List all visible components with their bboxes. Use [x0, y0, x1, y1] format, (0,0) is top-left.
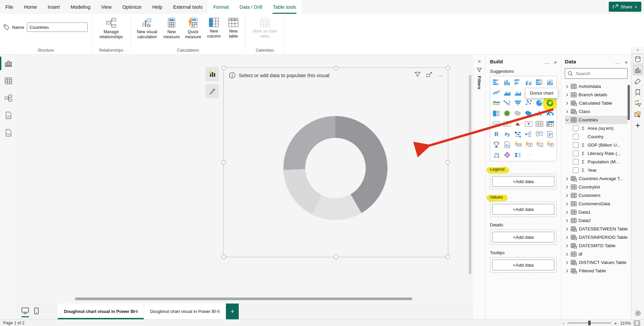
new-column-button[interactable]: New column — [205, 16, 222, 39]
chevron-right-icon[interactable] — [565, 202, 569, 206]
data-more-options-icon[interactable]: … — [615, 59, 620, 65]
strip-selection-icon[interactable] — [633, 109, 643, 119]
metrics-icon[interactable] — [491, 140, 502, 149]
chevron-right-icon[interactable] — [565, 211, 569, 214]
kpi-icon[interactable] — [513, 119, 523, 128]
ribbon-tab-home[interactable]: Home — [18, 0, 42, 14]
resize-handle-bottom-right[interactable] — [446, 255, 450, 259]
resize-handle-top-center[interactable] — [334, 66, 338, 70]
ribbon-tab-table-tools[interactable]: Table tools — [268, 0, 302, 14]
table-row-datesbetween-table[interactable]: DATESBETWEEN Table — [565, 225, 628, 233]
slicer-icon[interactable] — [523, 119, 534, 128]
resize-handle-bottom-center[interactable] — [334, 255, 338, 259]
new-slicer-icon[interactable] — [523, 140, 534, 149]
ribbon-tab-format[interactable]: Format — [208, 0, 234, 14]
stacked-area-chart-icon[interactable] — [513, 88, 523, 97]
desktop-layout-icon[interactable] — [21, 308, 29, 315]
card-icon[interactable]: 123 — [491, 119, 502, 128]
table-row-data2[interactable]: Data2 — [565, 216, 628, 225]
field-row-population-m-[interactable]: ΣPopulation (M... — [565, 158, 628, 166]
zoom-out-icon[interactable]: - — [563, 320, 564, 326]
visual-filter-icon[interactable] — [414, 72, 421, 77]
ribbon-tab-external-tools[interactable]: External tools — [168, 0, 208, 14]
chevron-down-icon[interactable] — [565, 118, 569, 122]
field-checkbox[interactable] — [573, 167, 579, 173]
ribbon-tab-view[interactable]: View — [96, 0, 117, 14]
data-pane-scrollbar[interactable] — [628, 85, 630, 120]
line-chart-icon[interactable] — [491, 88, 502, 97]
new-card-icon[interactable]: 123 — [513, 140, 523, 149]
canvas-vertical-scrollbar[interactable] — [469, 75, 471, 274]
table-row-countries[interactable]: Countries — [565, 116, 628, 124]
search-box[interactable] — [565, 68, 628, 79]
table-row-filtered-table[interactable]: Filtered Table — [565, 267, 628, 275]
chevron-right-icon[interactable] — [565, 236, 569, 239]
sidebar-item-report-view[interactable] — [0, 55, 17, 72]
mobile-layout-icon[interactable] — [34, 308, 39, 316]
chevron-right-icon[interactable] — [565, 177, 569, 180]
shape-map-icon[interactable] — [523, 109, 534, 118]
chevron-right-icon[interactable] — [565, 253, 569, 256]
visual-container[interactable]: Select or add data to populate this visu… — [223, 67, 448, 257]
chevron-right-icon[interactable] — [565, 269, 569, 273]
more-options-icon[interactable]: … — [438, 73, 444, 76]
build-more-options-icon[interactable]: … — [544, 59, 549, 65]
power-apps-icon[interactable] — [491, 150, 502, 160]
page-tab-1[interactable]: Doughnut chart visual in Power BI-I — [58, 304, 144, 319]
chevron-right-icon[interactable] — [565, 185, 569, 189]
manage-relationships-button[interactable]: Manage relationships — [96, 16, 127, 40]
resize-handle-middle-right[interactable] — [446, 160, 450, 165]
field-checkbox[interactable] — [573, 159, 579, 165]
resize-handle-top-left[interactable] — [222, 66, 226, 70]
new-visual-calculation-button[interactable]: fx New visual calculation — [135, 16, 159, 40]
pie-chart-icon[interactable] — [534, 98, 545, 108]
field-checkbox[interactable] — [573, 142, 579, 148]
text-slicer-icon[interactable]: A — [534, 140, 545, 149]
filled-map-icon[interactable] — [513, 109, 523, 118]
chevron-right-icon[interactable] — [565, 110, 569, 113]
next-page-chevron-icon[interactable]: › — [51, 309, 53, 314]
canvas-horizontal-scrollbar[interactable] — [75, 297, 412, 300]
search-input[interactable] — [575, 71, 631, 76]
gauge-icon[interactable] — [545, 109, 555, 118]
chevron-right-icon[interactable] — [565, 261, 569, 264]
key-influencers-icon[interactable] — [513, 129, 523, 139]
chevron-right-icon[interactable] — [565, 227, 569, 231]
table-row-ashishdata[interactable]: Ashishdata — [565, 82, 628, 91]
scatter-chart-icon[interactable] — [523, 98, 534, 108]
clustered-column-chart-icon[interactable] — [523, 77, 534, 87]
field-checkbox[interactable] — [573, 151, 579, 156]
table-row-df[interactable]: df — [565, 250, 628, 258]
sidebar-item-table-view[interactable] — [0, 72, 17, 90]
100-stacked-bar-chart-icon[interactable] — [534, 77, 545, 87]
data-collapse-icon[interactable]: » — [625, 59, 628, 65]
expand-filters-icon[interactable]: « — [478, 58, 480, 64]
on-object-format-button[interactable] — [205, 84, 219, 98]
custom-visual-icon[interactable] — [502, 150, 513, 160]
chevron-right-icon[interactable] — [565, 93, 569, 97]
previous-page-chevron-icon[interactable]: ‹ — [44, 309, 46, 314]
strip-add-pane-icon[interactable]: + — [633, 120, 643, 130]
100-stacked-column-chart-icon[interactable] — [545, 77, 555, 87]
table-row-calculated-table[interactable]: Calculated Table — [565, 99, 628, 107]
map-icon[interactable] — [502, 109, 513, 118]
table-name-input[interactable] — [27, 22, 88, 32]
chevron-right-icon[interactable] — [565, 244, 569, 248]
table-row-customers[interactable]: Customers — [565, 191, 628, 200]
table-icon[interactable] — [534, 119, 545, 128]
build-collapse-icon[interactable]: » — [554, 59, 557, 65]
decomposition-tree-icon[interactable] — [523, 129, 534, 139]
ribbon-tab-modeling[interactable]: Modeling — [65, 0, 96, 14]
strip-build-pane-icon[interactable] — [633, 65, 643, 75]
mark-as-date-table-button[interactable]: Mark as date table — [249, 16, 280, 39]
table-row-class[interactable]: Class — [565, 107, 628, 116]
sidebar-item-tmdl-view[interactable]: TMDL — [0, 124, 17, 142]
strip-sync-slicers-icon[interactable] — [633, 98, 643, 108]
new-page-button[interactable]: + — [226, 304, 239, 319]
tooltips-add-data-button[interactable]: +Add data — [492, 260, 554, 270]
azure-map-icon[interactable] — [534, 109, 545, 118]
chevron-right-icon[interactable] — [565, 194, 569, 197]
funnel-chart-icon[interactable] — [513, 98, 523, 108]
field-row-area-sq-km-[interactable]: ΣArea (sq km) — [565, 124, 628, 132]
matrix-icon[interactable] — [545, 119, 555, 128]
